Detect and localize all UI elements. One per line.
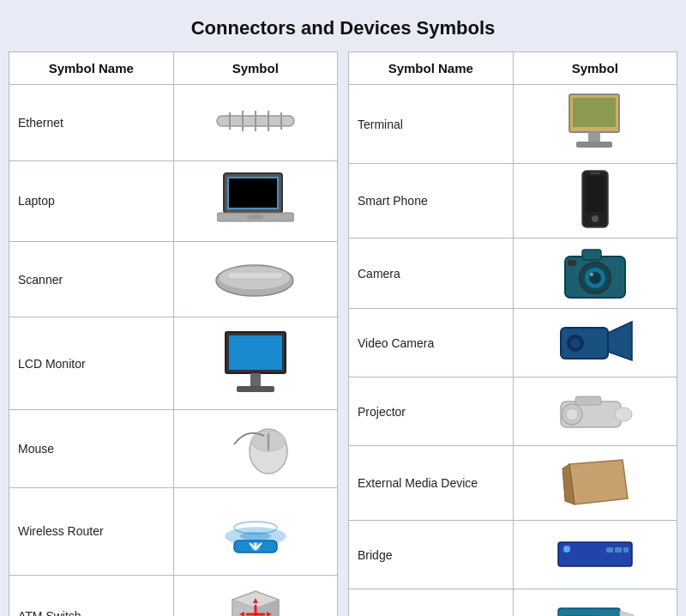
symbol-name: ATM Switch bbox=[9, 575, 174, 616]
svg-rect-37 bbox=[588, 132, 600, 142]
symbol-cell bbox=[513, 377, 677, 446]
table-row: Bridge bbox=[349, 521, 677, 589]
symbol-name: Mouse bbox=[9, 409, 174, 487]
symbol-name: Scanner bbox=[9, 241, 174, 317]
atm-switch-icon bbox=[226, 584, 286, 616]
svg-rect-64 bbox=[615, 547, 622, 553]
table-row: Smart Phone bbox=[349, 164, 677, 239]
camera-icon bbox=[561, 244, 629, 299]
external-media-icon bbox=[561, 451, 629, 511]
scanner-icon bbox=[214, 257, 296, 299]
svg-point-53 bbox=[570, 338, 581, 348]
symbol-name: Bridge bbox=[349, 521, 514, 589]
symbol-name: Projector bbox=[349, 377, 514, 446]
symbol-cell bbox=[173, 160, 338, 241]
svg-point-41 bbox=[592, 215, 599, 222]
symbol-name: External Media Device bbox=[349, 446, 514, 521]
ethernet-icon bbox=[213, 104, 298, 138]
mouse-icon bbox=[217, 419, 294, 474]
table-row: Scanner bbox=[9, 241, 338, 317]
symbol-cell bbox=[513, 446, 677, 521]
video-camera-icon bbox=[557, 317, 634, 365]
symbol-name: Printer bbox=[349, 589, 514, 617]
symbol-cell bbox=[513, 589, 677, 617]
svg-rect-66 bbox=[558, 608, 620, 616]
symbol-name: Laptop bbox=[9, 160, 174, 241]
page-title: Connectors and Devices Symbols bbox=[191, 17, 496, 39]
symbol-cell bbox=[173, 487, 338, 575]
table-row: LCD Monitor bbox=[9, 317, 338, 409]
svg-point-23 bbox=[240, 532, 271, 541]
symbol-cell bbox=[173, 575, 338, 616]
svg-rect-44 bbox=[582, 250, 601, 260]
laptop-icon bbox=[217, 170, 294, 228]
bridge-icon bbox=[557, 532, 634, 575]
right-col2-header: Symbol bbox=[513, 52, 677, 85]
table-row: External Media Device bbox=[349, 446, 677, 521]
left-col2-header: Symbol bbox=[173, 52, 338, 85]
symbol-name: Ethernet bbox=[9, 85, 174, 161]
svg-point-10 bbox=[247, 214, 264, 220]
table-row: Mouse bbox=[9, 409, 338, 487]
symbol-cell bbox=[173, 85, 338, 161]
wireless-router-icon bbox=[217, 498, 294, 562]
smartphone-icon bbox=[578, 169, 612, 229]
svg-rect-55 bbox=[575, 396, 601, 405]
svg-rect-16 bbox=[250, 373, 261, 387]
svg-point-62 bbox=[563, 546, 570, 553]
svg-rect-13 bbox=[227, 272, 283, 279]
projector-icon bbox=[557, 384, 634, 436]
symbol-cell bbox=[173, 317, 338, 409]
table-row: ATM Switch bbox=[9, 575, 338, 616]
svg-rect-36 bbox=[573, 98, 616, 127]
symbol-cell bbox=[173, 409, 338, 487]
svg-point-58 bbox=[615, 408, 632, 421]
svg-rect-17 bbox=[237, 386, 274, 392]
table-row: Camera bbox=[349, 239, 677, 309]
symbol-cell bbox=[513, 239, 677, 309]
symbol-name: Video Camera bbox=[349, 309, 514, 377]
svg-rect-8 bbox=[229, 178, 277, 208]
table-row: Video Camera bbox=[349, 309, 677, 377]
right-col1-header: Symbol Name bbox=[349, 52, 514, 85]
symbol-cell bbox=[513, 309, 677, 377]
printer-icon bbox=[557, 598, 634, 616]
left-table: Symbol Name Symbol Ethernet bbox=[9, 51, 338, 616]
symbol-cell bbox=[513, 85, 677, 164]
svg-point-57 bbox=[566, 408, 578, 420]
symbol-cell bbox=[513, 521, 677, 589]
table-row: Printer bbox=[349, 589, 677, 617]
symbol-name: LCD Monitor bbox=[9, 317, 174, 409]
svg-marker-67 bbox=[620, 611, 634, 616]
right-table: Symbol Name Symbol Terminal Smar bbox=[348, 51, 677, 616]
svg-marker-51 bbox=[608, 322, 632, 360]
svg-rect-49 bbox=[568, 260, 576, 266]
svg-rect-42 bbox=[590, 172, 600, 174]
table-row: Terminal bbox=[349, 85, 677, 164]
table-row: Laptop bbox=[9, 160, 338, 241]
svg-rect-40 bbox=[586, 176, 605, 212]
svg-rect-61 bbox=[558, 542, 632, 566]
table-row: Wireless Router bbox=[9, 487, 338, 575]
terminal-icon bbox=[563, 90, 627, 154]
symbol-cell bbox=[173, 241, 338, 317]
table-row: Projector bbox=[349, 377, 677, 446]
table-row: Ethernet bbox=[9, 85, 338, 161]
lcd-monitor-icon bbox=[221, 328, 290, 396]
svg-rect-38 bbox=[576, 142, 612, 148]
symbol-name: Wireless Router bbox=[9, 487, 174, 575]
symbol-name: Smart Phone bbox=[349, 164, 514, 239]
symbol-name: Terminal bbox=[349, 85, 514, 164]
svg-marker-59 bbox=[569, 460, 628, 504]
tables-wrapper: Symbol Name Symbol Ethernet bbox=[9, 51, 677, 616]
svg-point-48 bbox=[590, 273, 593, 276]
symbol-cell bbox=[513, 164, 677, 239]
svg-rect-63 bbox=[606, 547, 613, 553]
left-col1-header: Symbol Name bbox=[9, 52, 174, 85]
svg-rect-15 bbox=[229, 335, 282, 370]
symbol-name: Camera bbox=[349, 239, 514, 309]
svg-rect-65 bbox=[623, 547, 629, 553]
